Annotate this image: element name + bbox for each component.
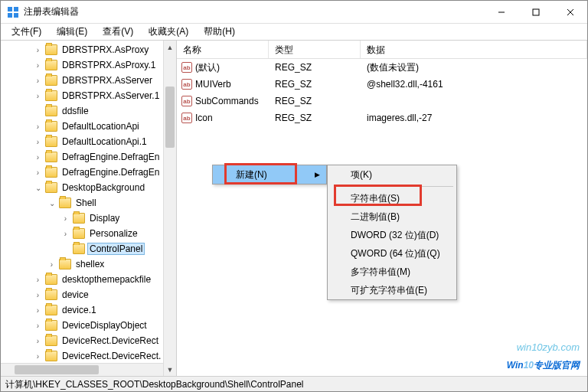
context-menu-submenu: 项(K) 字符串值(S) 二进制值(B) DWORD (32 位)值(D) QW…	[327, 165, 457, 300]
expand-icon[interactable]: ›	[33, 138, 43, 146]
expand-icon[interactable]: ›	[60, 214, 70, 223]
app-icon	[7, 6, 19, 18]
tree-node[interactable]: ›DBRSTPRX.AsServer	[4, 73, 176, 88]
folder-icon	[45, 106, 57, 116]
tree-node[interactable]: ›desktopthemepackfile	[4, 272, 176, 287]
folder-icon	[45, 44, 57, 55]
tree-label: Display	[87, 212, 122, 224]
string-value-icon: ab	[181, 79, 192, 90]
context-menu-primary: 新建(N) ▶	[212, 165, 327, 185]
string-value-icon: ab	[181, 113, 192, 123]
tree-node[interactable]: ›DefaultLocationApi	[4, 119, 176, 134]
expand-icon[interactable]: ›	[33, 46, 43, 54]
title-bar: 注册表编辑器	[1, 1, 587, 24]
menu-item-key[interactable]: 项(K)	[328, 165, 456, 184]
tree-vscrollbar[interactable]: ▲ ▼	[163, 41, 176, 376]
menu-help[interactable]: 帮助(H)	[198, 24, 241, 40]
expand-icon[interactable]: ›	[33, 352, 43, 361]
tree-pane: ›DBRSTPRX.AsProxy›DBRSTPRX.AsProxy.1›DBR…	[1, 41, 177, 376]
expand-icon[interactable]: ›	[33, 61, 43, 70]
watermark-url: win10zyb.com	[507, 341, 580, 353]
value-data: @shell32.dll,-4161	[361, 79, 587, 90]
expand-icon[interactable]: ›	[33, 92, 43, 100]
tree-node[interactable]: ›device.1	[4, 302, 176, 318]
tree-node[interactable]: ›Personalize	[4, 226, 176, 241]
tree-node[interactable]: ›DeviceRect.DeviceRect	[4, 333, 176, 348]
expand-icon[interactable]: ›	[33, 77, 43, 85]
tree-node[interactable]: ⌄Shell	[4, 195, 176, 211]
expand-icon[interactable]: ›	[60, 230, 70, 238]
close-button[interactable]	[553, 1, 587, 24]
svg-rect-0	[8, 7, 12, 11]
menu-item-qword[interactable]: QWORD (64 位)值(Q)	[328, 244, 456, 263]
scroll-thumb[interactable]	[165, 87, 175, 148]
expand-icon[interactable]: ›	[47, 260, 57, 269]
expand-icon[interactable]: ›	[33, 337, 43, 345]
col-type[interactable]: 类型	[269, 41, 361, 58]
folder-icon	[45, 90, 57, 101]
tree-label: DBRSTPRX.AsServer.1	[60, 90, 162, 102]
menu-item-new[interactable]: 新建(N) ▶	[213, 165, 326, 184]
expand-icon[interactable]: ›	[33, 322, 43, 330]
folder-icon	[59, 259, 71, 270]
tree-node[interactable]: ›device	[4, 287, 176, 302]
tree-node[interactable]: ›DeviceDisplayObject	[4, 318, 176, 333]
menu-file[interactable]: 文件(F)	[5, 24, 47, 40]
tree-node[interactable]: ›DefragEngine.DefragEn	[4, 149, 176, 165]
tree-label: shellex	[74, 258, 106, 270]
tree-node[interactable]: ›DBRSTPRX.AsServer.1	[4, 88, 176, 103]
value-name: SubCommands	[195, 96, 259, 106]
tree-node[interactable]: ControlPanel	[4, 241, 176, 256]
value-data: (数值未设置)	[361, 61, 587, 74]
expand-icon[interactable]: ›	[33, 306, 43, 315]
value-row[interactable]: abSubCommandsREG_SZ	[177, 93, 587, 109]
col-data[interactable]: 数据	[361, 41, 587, 58]
tree-node[interactable]: ›DefragEngine.DefragEn	[4, 165, 176, 180]
expand-icon[interactable]: ⌄	[47, 199, 57, 207]
submenu-arrow-icon: ▶	[315, 171, 320, 178]
expand-icon[interactable]: ›	[33, 291, 43, 299]
tree-node[interactable]: ›DeviceRect.DeviceRect.	[4, 348, 176, 364]
svg-rect-5	[533, 9, 539, 15]
tree-node[interactable]: ›Display	[4, 211, 176, 226]
scroll-down-arrow[interactable]: ▼	[164, 363, 176, 376]
scroll-up-arrow[interactable]: ▲	[164, 41, 176, 54]
folder-icon	[45, 60, 57, 70]
menu-item-string[interactable]: 字符串值(S)	[328, 189, 456, 207]
value-name: (默认)	[195, 61, 220, 74]
expand-icon[interactable]: ›	[33, 168, 43, 177]
hscroll-thumb[interactable]	[15, 365, 99, 374]
tree-hscrollbar[interactable]	[1, 363, 163, 376]
menu-item-binary[interactable]: 二进制值(B)	[328, 207, 456, 226]
col-name[interactable]: 名称	[177, 41, 269, 58]
tree-node[interactable]: ddsfile	[4, 103, 176, 119]
tree-node[interactable]: ›DBRSTPRX.AsProxy.1	[4, 57, 176, 73]
value-row[interactable]: ab(默认)REG_SZ(数值未设置)	[177, 59, 587, 76]
maximize-button[interactable]	[518, 1, 553, 24]
minimize-button[interactable]	[484, 1, 518, 24]
tree-node[interactable]: ›DBRSTPRX.AsProxy	[4, 42, 176, 57]
status-path: 计算机\HKEY_CLASSES_ROOT\DesktopBackground\…	[5, 379, 304, 390]
menu-view[interactable]: 查看(V)	[96, 24, 139, 40]
tree-label: DBRSTPRX.AsProxy	[60, 44, 151, 56]
menu-item-expandstring[interactable]: 可扩充字符串值(E)	[328, 281, 456, 299]
folder-icon	[45, 167, 57, 178]
expand-icon[interactable]: ›	[33, 153, 43, 162]
tree-node[interactable]: ⌄DesktopBackground	[4, 180, 176, 195]
menu-edit[interactable]: 编辑(E)	[51, 24, 93, 40]
menu-favorites[interactable]: 收藏夹(A)	[142, 24, 194, 40]
value-row[interactable]: abIconREG_SZimageres.dll,-27	[177, 109, 587, 126]
value-row[interactable]: abMUIVerbREG_SZ@shell32.dll,-4161	[177, 76, 587, 93]
value-type: REG_SZ	[269, 79, 361, 90]
tree-node[interactable]: ›DefaultLocationApi.1	[4, 134, 176, 149]
menu-item-label: 新建(N)	[236, 168, 267, 181]
menu-item-multistring[interactable]: 多字符串值(M)	[328, 263, 456, 281]
expand-icon[interactable]: ›	[33, 122, 43, 131]
tree-label: DeviceRect.DeviceRect.	[60, 350, 163, 362]
expand-icon[interactable]: ›	[33, 276, 43, 284]
tree-node[interactable]: ›shellex	[4, 256, 176, 272]
tree-label: DesktopBackground	[60, 181, 147, 194]
folder-icon	[73, 243, 85, 254]
menu-item-dword[interactable]: DWORD (32 位)值(D)	[328, 226, 456, 244]
expand-icon[interactable]: ⌄	[33, 184, 43, 192]
